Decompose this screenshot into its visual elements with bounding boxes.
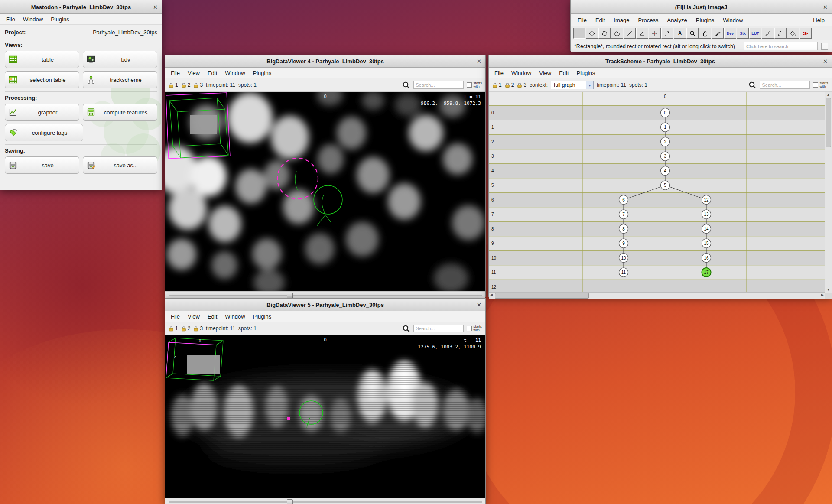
scroll-up-icon[interactable]: ▲ [825, 93, 832, 97]
bdv4-search-input[interactable] [413, 81, 464, 89]
menu-view[interactable]: View [184, 70, 204, 76]
slider-thumb[interactable] [287, 499, 293, 504]
bdv4-titlebar[interactable]: BigDataViewer 4 - Parhyale_LimbDev_30tps… [165, 55, 485, 68]
trackscheme-node[interactable]: 9 [619, 239, 628, 248]
lock-toggle-3[interactable]: 3 [517, 82, 526, 88]
menu-image[interactable]: Image [609, 17, 634, 23]
zoom-tool[interactable] [686, 28, 699, 39]
menu-file[interactable]: File [167, 70, 184, 76]
mastodon-titlebar[interactable]: Mastodon - Parhyale_LimbDev_30tps ✕ [0, 0, 162, 14]
trackscheme-node[interactable]: 0 [661, 108, 670, 117]
menu-file[interactable]: File [167, 313, 184, 320]
save-as-button[interactable]: save as... [83, 156, 157, 174]
scrollbar-thumb[interactable] [826, 98, 831, 147]
slider-thumb[interactable] [287, 293, 293, 299]
lock-toggle-1[interactable]: 1 [169, 325, 178, 332]
trackscheme-node[interactable]: 3 [661, 152, 670, 161]
flood-fill-tool[interactable] [787, 28, 799, 39]
menu-help[interactable]: Help [809, 17, 829, 23]
scroll-right-icon[interactable]: ▶ [821, 293, 824, 297]
starts-with-checkbox[interactable] [467, 82, 472, 88]
arrow-tool[interactable] [661, 28, 673, 39]
starts-with-checkbox[interactable] [467, 326, 472, 331]
trackscheme-node[interactable]: 10 [619, 254, 628, 263]
menu-edit[interactable]: Edit [204, 70, 221, 76]
line-tool[interactable] [624, 28, 636, 39]
menu-edit[interactable]: Edit [204, 313, 221, 320]
freehand-tool[interactable] [611, 28, 623, 39]
lock-toggle-1[interactable]: 1 [492, 82, 502, 88]
lut-tool[interactable]: LUT [749, 28, 761, 39]
trackscheme-node[interactable]: 14 [702, 224, 711, 234]
menu-edit[interactable]: Edit [555, 70, 572, 76]
trackscheme-node[interactable]: 15 [702, 239, 711, 248]
close-icon[interactable]: ✕ [153, 4, 158, 10]
trackscheme-node[interactable]: 4 [661, 166, 670, 176]
trackscheme-node[interactable]: 17 [702, 268, 711, 277]
horizontal-scrollbar[interactable]: ◀ ▶ [489, 292, 825, 299]
search-icon[interactable] [402, 81, 410, 89]
spot-ellipse-green[interactable] [299, 401, 323, 424]
menu-file[interactable]: File [573, 17, 591, 23]
trackscheme-node[interactable]: 8 [619, 224, 628, 234]
hand-tool[interactable] [699, 28, 711, 39]
menu-process[interactable]: Process [634, 17, 663, 23]
vertical-scrollbar[interactable]: ▲ ▼ [825, 92, 832, 293]
starts-with-checkbox[interactable] [813, 82, 818, 88]
trackscheme-node[interactable]: 6 [619, 195, 628, 205]
bdv5-viewer-canvas[interactable]: 0 t = 111275.6, 1003.2, 1100.9 x z [165, 335, 485, 498]
menu-view[interactable]: View [184, 313, 204, 320]
scrollbar-thumb[interactable] [495, 293, 589, 299]
menu-plugins[interactable]: Plugins [573, 70, 599, 76]
bdv4-viewer-canvas[interactable]: 0 t = 11986.2, 959.8, 1072.3 [165, 92, 485, 291]
menu-window[interactable]: Window [507, 70, 535, 76]
trackscheme-node[interactable]: 16 [702, 254, 711, 263]
menu-window[interactable]: Window [718, 17, 747, 23]
context-dropdown[interactable]: full graph ▾ [551, 81, 594, 89]
more-tools-button[interactable]: ≫ [800, 28, 812, 39]
menu-plugins[interactable]: Plugins [692, 17, 719, 23]
compute-features-button[interactable]: compute features [83, 104, 157, 121]
imagej-search-input[interactable] [744, 42, 818, 50]
close-icon[interactable]: ✕ [823, 58, 828, 65]
trackscheme-node[interactable]: 2 [661, 137, 670, 146]
save-button[interactable]: save [5, 156, 79, 174]
text-tool[interactable]: A [674, 28, 686, 39]
trackscheme-button[interactable]: trackscheme [83, 71, 157, 88]
trackscheme-node[interactable]: 5 [661, 181, 670, 190]
menu-file[interactable]: File [491, 70, 507, 76]
menu-edit[interactable]: Edit [591, 17, 609, 23]
close-icon[interactable]: ✕ [477, 302, 481, 308]
rectangle-tool[interactable] [573, 28, 585, 39]
spot-ellipse-green[interactable] [314, 185, 342, 214]
menu-file[interactable]: File [2, 16, 19, 23]
point-tool[interactable] [649, 28, 661, 39]
oval-tool[interactable] [586, 28, 598, 39]
table-button[interactable]: table [5, 51, 79, 68]
menu-analyze[interactable]: Analyze [663, 17, 691, 23]
lock-toggle-1[interactable]: 1 [169, 82, 178, 88]
lock-toggle-2[interactable]: 2 [181, 325, 191, 332]
trackscheme-titlebar[interactable]: TrackScheme - Parhyale_LimbDev_30tps ✕ [489, 55, 832, 68]
spot-ellipse-magenta[interactable] [277, 158, 318, 199]
menu-view[interactable]: View [535, 70, 555, 76]
menu-plugins[interactable]: Plugins [249, 313, 276, 320]
bdv5-titlebar[interactable]: BigDataViewer 5 - Parhyale_LimbDev_30tps… [165, 299, 485, 311]
imagej-titlebar[interactable]: (Fiji Is Just) ImageJ ✕ [571, 0, 832, 14]
trackscheme-node[interactable]: 7 [619, 210, 628, 219]
close-icon[interactable]: ✕ [823, 4, 828, 10]
lock-toggle-2[interactable]: 2 [505, 82, 514, 88]
lock-toggle-3[interactable]: 3 [193, 82, 203, 88]
stk-tool[interactable]: Stk [737, 28, 749, 39]
menu-window[interactable]: Window [221, 70, 249, 76]
angle-tool[interactable] [636, 28, 648, 39]
close-icon[interactable]: ✕ [477, 58, 481, 65]
lock-toggle-3[interactable]: 3 [193, 325, 203, 332]
brush-tool[interactable] [774, 28, 786, 39]
search-options-box[interactable] [821, 43, 828, 50]
trackscheme-node[interactable]: 12 [702, 195, 711, 205]
dev-tool[interactable]: Dev [724, 28, 736, 39]
trackscheme-node[interactable]: 13 [702, 210, 711, 219]
polygon-tool[interactable] [598, 28, 611, 39]
menu-window[interactable]: Window [221, 313, 249, 320]
